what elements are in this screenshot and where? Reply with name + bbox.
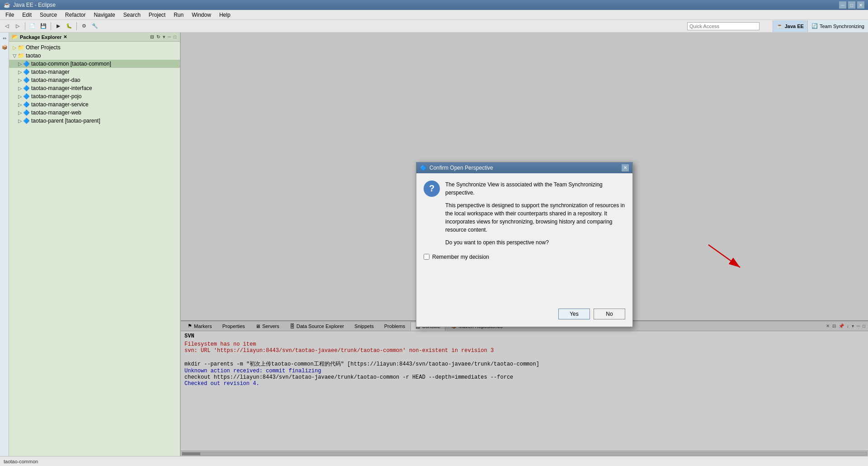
toolbar-save[interactable]: 💾 [38,21,48,31]
yes-button[interactable]: Yes [558,309,590,319]
project-icon-interface: 🔷 [23,85,30,91]
main-layout: ⇔ 📦 📂 Package Explorer ✕ ⊟ ↻ ▾ ─ □ ▷ 📁 [0,33,868,456]
tree-taotao[interactable]: ▽ 📁 taotao [9,52,180,60]
project-icon-dao: 🔷 [23,77,30,83]
status-text: taotao-common [4,459,38,464]
expand-icon-manager: ▷ [18,69,22,75]
toolbar-run[interactable]: ▶ [53,21,63,31]
left-icon-1[interactable]: ⇔ [1,34,8,42]
expand-icon-pojo: ▷ [18,94,22,100]
dialog-close-button[interactable]: ✕ [622,164,629,171]
expand-icon-parent: ▷ [18,118,22,124]
quick-access-area [687,22,760,30]
pkg-menu-btn[interactable]: ▾ [162,34,166,40]
tree-taotao-manager-dao[interactable]: ▷ 🔷 taotao-manager-dao [9,76,180,84]
toolbar-clean[interactable]: 🔧 [90,21,100,31]
dialog: 🔷 Confirm Open Perspective ✕ ? The Synch… [416,162,633,327]
title-bar: ☕ Java EE - Eclipse ─ □ ✕ [0,0,868,10]
perspective-team-sync[interactable]: 🔄 Team Synchronizing [807,20,868,32]
toolbar-forward[interactable]: ▷ [13,21,23,31]
dialog-message3: Do you want to open this perspective now… [445,238,625,247]
tree-taotao-manager-web[interactable]: ▷ 🔷 taotao-manager-web [9,109,180,117]
project-icon-common: 🔷 [23,61,30,67]
folder-icon-other: ▷ [13,45,16,51]
other-projects-icon: 📁 [18,44,24,51]
project-icon-pojo: 🔷 [23,93,30,100]
toolbar-build[interactable]: ⚙ [79,21,89,31]
dialog-title-icon: 🔷 [420,165,427,171]
toolbar-debug[interactable]: 🐛 [64,21,74,31]
java-ee-icon: ☕ [777,23,783,29]
remember-checkbox[interactable] [424,254,429,260]
package-explorer-header-right: ⊟ ↻ ▾ ─ □ [149,34,177,40]
toolbar-new[interactable]: 📄 [28,21,38,31]
toolbar-back[interactable]: ◁ [2,21,12,31]
svg-line-1 [708,245,740,267]
menu-bar: File Edit Source Refactor Navigate Searc… [0,10,868,20]
menu-refactor[interactable]: Refactor [61,11,89,19]
expand-icon-interface: ▷ [18,86,22,91]
pkg-min-btn[interactable]: ─ [167,34,172,40]
dialog-titlebar: 🔷 Confirm Open Perspective ✕ [416,162,632,173]
package-explorer-header-left: 📂 Package Explorer ✕ [12,34,67,40]
expand-icon-web: ▷ [18,110,22,116]
toolbar-sep2 [51,22,51,30]
remember-label: Remember my decision [432,254,489,260]
arrow-annotation [704,240,758,276]
tree-taotao-manager-pojo[interactable]: ▷ 🔷 taotao-manager-pojo [9,92,180,100]
tree-taotao-manager-service[interactable]: ▷ 🔷 taotao-manager-service [9,100,180,109]
menu-project[interactable]: Project [145,11,169,19]
maximize-button[interactable]: □ [848,1,855,9]
project-icon-manager: 🔷 [23,69,30,75]
menu-file[interactable]: File [2,11,18,19]
minimize-button[interactable]: ─ [839,1,846,9]
left-icon-2[interactable]: 📦 [1,43,8,51]
tree-taotao-common[interactable]: ▷ 🔷 taotao-common [taotao-common] [9,60,180,68]
tree-other-projects[interactable]: ▷ 📁 Other Projects [9,43,180,52]
project-icon-service: 🔷 [23,101,30,108]
dialog-body: ? The Synchronize View is associated wit… [416,173,632,327]
pkg-collapse-btn[interactable]: ⊟ [149,34,155,40]
project-icon-parent: 🔷 [23,118,30,124]
package-explorer: 📂 Package Explorer ✕ ⊟ ↻ ▾ ─ □ ▷ 📁 Other… [9,33,181,456]
app-title: Java EE - Eclipse [13,2,56,8]
toolbar-sep1 [25,22,25,30]
pkg-max-btn[interactable]: □ [173,34,177,40]
menu-help[interactable]: Help [216,11,234,19]
app-icon: ☕ [4,2,10,8]
title-bar-controls: ─ □ ✕ [839,1,864,9]
project-icon-web: 🔷 [23,109,30,116]
menu-search[interactable]: Search [120,11,144,19]
tree-content: ▷ 📁 Other Projects ▽ 📁 taotao ▷ 🔷 taotao… [9,42,180,456]
dialog-buttons: Yes No [424,305,625,319]
quick-access-input[interactable] [687,22,760,30]
toolbar: ◁ ▷ 📄 💾 ▶ 🐛 ⚙ 🔧 ☕ Java EE 🔄 Team Synchro… [0,20,868,33]
perspective-java-ee[interactable]: ☕ Java EE [773,20,807,32]
expand-icon-taotao: ▽ [13,53,16,59]
pkg-sync-btn[interactable]: ↻ [156,34,161,40]
package-explorer-close[interactable]: ✕ [63,34,67,39]
dialog-message2: This perspective is designed to support … [445,201,625,234]
tree-taotao-parent[interactable]: ▷ 🔷 taotao-parent [taotao-parent] [9,117,180,125]
close-button[interactable]: ✕ [857,1,864,9]
expand-icon-common: ▷ [18,61,22,67]
menu-window[interactable]: Window [188,11,215,19]
perspective-buttons: ☕ Java EE 🔄 Team Synchronizing [773,20,868,32]
menu-edit[interactable]: Edit [19,11,35,19]
dialog-message1: The Synchronize View is associated with … [445,181,625,197]
no-button[interactable]: No [594,309,625,319]
question-icon: ? [424,181,440,197]
toolbar-sep3 [76,22,77,30]
dialog-titlebar-left: 🔷 Confirm Open Perspective [420,165,493,171]
tree-taotao-manager-interface[interactable]: ▷ 🔷 taotao-manager-interface [9,84,180,92]
menu-run[interactable]: Run [170,11,187,19]
menu-source[interactable]: Source [36,11,61,19]
package-explorer-header: 📂 Package Explorer ✕ ⊟ ↻ ▾ ─ □ [9,33,180,42]
title-bar-left: ☕ Java EE - Eclipse [4,2,56,8]
menu-navigate[interactable]: Navigate [90,11,118,19]
dialog-checkbox-row: Remember my decision [424,254,625,260]
tree-taotao-manager[interactable]: ▷ 🔷 taotao-manager [9,68,180,76]
left-icons: ⇔ 📦 [0,33,9,456]
dialog-overlay: 🔷 Confirm Open Perspective ✕ ? The Synch… [181,33,868,456]
right-content: ⚑ Markers Properties 🖥 Servers 🗄 Data So… [181,33,868,456]
